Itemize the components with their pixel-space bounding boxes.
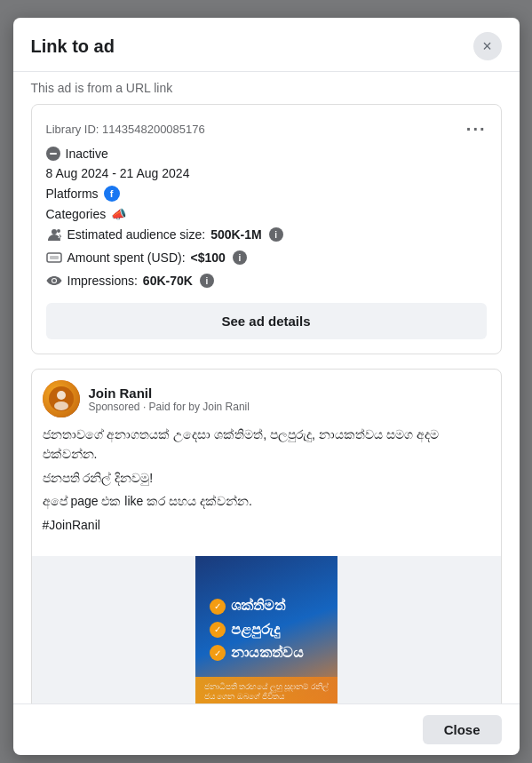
sponsored-label: Sponsored: [89, 401, 140, 413]
modal-title: Link to ad: [31, 36, 115, 57]
ad-text-line4: #JoinRanil: [43, 515, 490, 535]
impressions-label: Impressions:: [67, 274, 138, 288]
close-button[interactable]: Close: [423, 715, 502, 744]
ad-image-container: ✓ ශක්තිමත් ✓ පළපුරුදු ✓ නායකත්වය ජනාධිපත…: [32, 556, 501, 703]
status-row: Inactive: [46, 147, 487, 161]
paid-by-label: · Paid for by Join Ranil: [143, 401, 250, 413]
library-id: Library ID: 1143548200085176: [46, 123, 205, 136]
svg-rect-1: [50, 256, 59, 259]
audience-row: Estimated audience size: 500K-1M i: [46, 227, 487, 242]
ad-text-line1: ජනතාවගේ අනාගතයක් උදෙසා ශක්තිමත්, පලපුරුද…: [43, 425, 490, 465]
check-icon-2: ✓: [210, 622, 226, 638]
image-bottom-text: ජනාධිපති තරඟයේ ලුහු සූදානම් රනිල් ජය ගෙන…: [195, 677, 337, 703]
image-text-3: නායකත්වය: [231, 643, 304, 663]
ad-sponsored-text: Sponsored · Paid for by Join Ranil: [89, 401, 250, 413]
check-icon-1: ✓: [210, 599, 226, 615]
avatar-image: [43, 380, 80, 417]
amount-row: Amount spent (USD): <$100 i: [46, 250, 487, 266]
audience-value: 500K-1M: [210, 227, 262, 242]
impressions-value: 60K-70K: [143, 274, 193, 288]
facebook-icon: f: [104, 186, 120, 202]
ad-page-name: Join Ranil: [89, 385, 250, 401]
image-checkmark-2: ✓ පළපුරුදු: [210, 620, 280, 640]
check-icon-3: ✓: [210, 645, 226, 661]
status-text: Inactive: [66, 147, 108, 161]
image-text-2: පළපුරුදු: [231, 620, 280, 640]
modal-body: Library ID: 1143548200085176 ··· Inactiv…: [13, 104, 520, 703]
svg-point-3: [57, 391, 66, 400]
close-icon[interactable]: ×: [473, 32, 502, 60]
modal-footer: Close: [13, 703, 520, 755]
audience-info-icon[interactable]: i: [269, 227, 283, 242]
ad-text-line3: අපේ page එක like කර සහය දක්වන්න.: [43, 491, 490, 511]
more-options-button[interactable]: ···: [466, 119, 487, 139]
ad-preview: Join Ranil Sponsored · Paid for by Join …: [31, 369, 502, 703]
impressions-row: Impressions: 60K-70K i: [46, 273, 487, 289]
ad-body: ජනතාවගේ අනාගතයක් උදෙසා ශක්තිමත්, පලපුරුද…: [32, 425, 501, 549]
modal-header: Link to ad ×: [13, 18, 520, 72]
ad-page-info: Join Ranil Sponsored · Paid for by Join …: [89, 385, 250, 413]
image-checkmark-1: ✓ ශක්තිමත්: [210, 596, 285, 616]
audience-icon: [46, 227, 62, 242]
ad-header: Join Ranil Sponsored · Paid for by Join …: [32, 370, 501, 425]
ad-text-line2: ජනපති රනිල් දිනවමු!: [43, 468, 490, 488]
modal-subtitle: This ad is from a URL link: [13, 72, 520, 104]
platforms-label: Platforms: [46, 187, 99, 201]
date-range: 8 Aug 2024 - 21 Aug 2024: [46, 166, 487, 180]
see-ad-details-button[interactable]: See ad details: [46, 303, 487, 339]
amount-value: <$100: [191, 250, 226, 265]
platforms-row: Platforms f: [46, 186, 487, 202]
image-checkmark-3: ✓ නායකත්වය: [210, 643, 304, 663]
categories-label: Categories: [46, 207, 107, 221]
amount-label: Amount spent (USD):: [67, 250, 186, 265]
amount-info-icon[interactable]: i: [233, 250, 247, 265]
image-text-1: ශක්තිමත්: [231, 596, 285, 616]
svg-point-4: [54, 401, 68, 410]
impressions-info-icon[interactable]: i: [200, 274, 214, 288]
ad-image: ✓ ශක්තිමත් ✓ පළපුරුදු ✓ නායකත්වය ජනාධිපත…: [195, 556, 337, 703]
ad-info-card: Library ID: 1143548200085176 ··· Inactiv…: [31, 104, 502, 354]
megaphone-icon: 📣: [111, 207, 126, 221]
amount-icon: [46, 250, 62, 266]
avatar: [43, 380, 80, 417]
link-to-ad-modal: Link to ad × This ad is from a URL link …: [13, 18, 520, 755]
inactive-status-icon: [46, 147, 60, 161]
audience-label: Estimated audience size:: [67, 227, 206, 242]
library-id-row: Library ID: 1143548200085176 ···: [46, 119, 487, 139]
impressions-icon: [46, 273, 62, 289]
categories-row: Categories 📣: [46, 207, 487, 221]
